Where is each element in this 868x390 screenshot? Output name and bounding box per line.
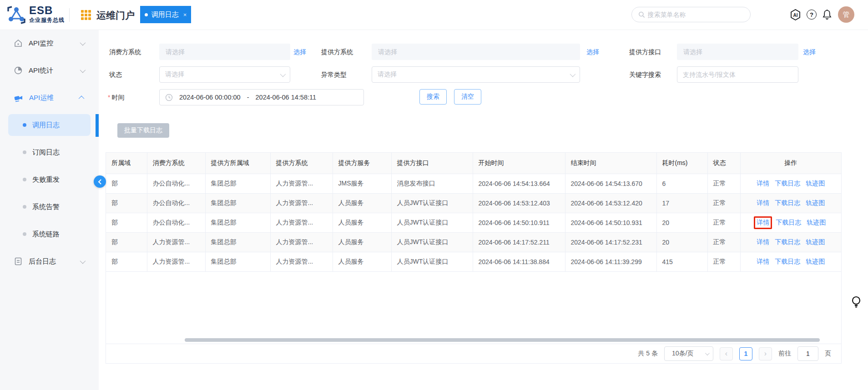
chevron-down-icon	[80, 40, 86, 45]
chevron-down-icon	[80, 258, 86, 264]
table-cell: 2024-06-06 14:53:12.420	[565, 193, 656, 213]
table-cell: 415	[656, 252, 707, 271]
trace-link[interactable]: 轨迹图	[806, 258, 825, 266]
sidebar-item-backend-log[interactable]: 后台日志	[0, 250, 99, 272]
sidebar-item-api-stats[interactable]: API统计	[0, 60, 99, 81]
consumer-system-select-link[interactable]: 选择	[293, 44, 306, 60]
sidebar-item-api-monitor[interactable]: API监控	[0, 32, 99, 54]
tab-close-icon[interactable]: ×	[183, 11, 187, 18]
col-provider-service: 提供方服务	[333, 153, 391, 174]
header-divider	[69, 8, 70, 22]
bullet-dot-icon	[23, 150, 26, 154]
detail-link[interactable]: 详情	[757, 238, 769, 246]
table-cell: 6	[656, 174, 707, 193]
table-row: 部办公自动化...集团总部人力资源管...人员服务人员JWT认证接口2024-0…	[106, 213, 841, 232]
trace-link[interactable]: 轨迹图	[806, 180, 825, 188]
download-log-link[interactable]: 下载日志	[775, 199, 800, 207]
time-end-value: 2024-06-06 14:58:11	[256, 94, 317, 101]
goto-page-input[interactable]	[797, 346, 818, 361]
row-actions: 详情下载日志轨迹图	[740, 193, 841, 213]
table-cell: 正常	[707, 193, 740, 213]
download-log-link[interactable]: 下载日志	[776, 219, 801, 227]
sidebar-item-subscribe-log[interactable]: 订阅日志	[8, 141, 91, 163]
table-header-row: 所属域 消费方系统 提供方所属域 提供方系统 提供方服务 提供方接口 开始时间 …	[106, 153, 841, 174]
detail-link[interactable]: 详情	[754, 216, 772, 229]
provider-interface-input[interactable]	[677, 44, 798, 60]
provider-interface-select-link[interactable]: 选择	[803, 44, 816, 60]
ai-assistant-icon[interactable]: AI	[789, 8, 802, 21]
table-row: 部办公自动化...集团总部人力资源管...人员服务人员JWT认证接口2024-0…	[106, 193, 841, 213]
table-cell: 2024-06-06 14:11:39.299	[565, 252, 656, 271]
table-cell: 2024-06-06 14:17:52.211	[473, 232, 565, 252]
prev-page-button[interactable]: ‹	[720, 347, 733, 360]
col-provider-interface: 提供方接口	[391, 153, 473, 174]
detail-link[interactable]: 详情	[757, 199, 769, 207]
provider-system-select-link[interactable]: 选择	[586, 44, 599, 60]
table-cell: 部	[106, 252, 147, 271]
bullet-dot-icon	[23, 205, 26, 209]
table-cell: 办公自动化...	[147, 174, 205, 193]
svg-text:AI: AI	[793, 12, 797, 17]
table-cell: 人力资源管...	[270, 232, 333, 252]
bullet-dot-icon	[23, 123, 26, 127]
bullet-dot-icon	[23, 232, 26, 236]
table-row: 部人力资源管...集团总部人力资源管...人员服务人员JWT认证接口2024-0…	[106, 252, 841, 271]
page-size-select[interactable]: 10条/页	[664, 346, 713, 361]
download-log-link[interactable]: 下载日志	[775, 258, 800, 266]
table-cell: 人员JWT认证接口	[391, 213, 473, 232]
keyword-label: 关键字搜索	[629, 66, 661, 83]
table-row: 部人力资源管...集团总部人力资源管...人员服务人员JWT认证接口2024-0…	[106, 232, 841, 252]
active-menu-indicator	[96, 114, 99, 137]
lightbulb-icon[interactable]	[851, 295, 862, 310]
horizontal-scrollbar-thumb[interactable]	[185, 338, 820, 342]
menu-search-input[interactable]	[648, 11, 744, 18]
table-cell: 人员服务	[333, 252, 391, 271]
next-page-button[interactable]: ›	[759, 347, 772, 360]
table-cell: 人员JWT认证接口	[391, 232, 473, 252]
sidebar-item-api-ops[interactable]: API运维	[0, 87, 99, 109]
sidebar-collapse-button[interactable]	[94, 175, 106, 188]
download-log-link[interactable]: 下载日志	[775, 180, 800, 188]
table-cell: JMS服务	[333, 174, 391, 193]
search-button[interactable]: 搜索	[419, 89, 447, 105]
time-range-picker[interactable]: 2024-06-06 00:00:00 - 2024-06-06 14:58:1…	[159, 89, 364, 105]
menu-search[interactable]	[631, 7, 751, 22]
sidebar-item-system-link[interactable]: 系统链路	[8, 223, 91, 245]
exception-type-select[interactable]: 请选择	[372, 66, 580, 83]
table-cell: 2024-06-06 14:50:10.911	[473, 213, 565, 232]
ops-camera-icon	[14, 93, 23, 103]
col-provider-system: 提供方系统	[270, 153, 333, 174]
search-icon	[638, 11, 645, 18]
sidebar-item-fail-resend[interactable]: 失败重发	[8, 169, 91, 190]
row-actions: 详情下载日志轨迹图	[740, 174, 841, 193]
table-cell: 17	[656, 193, 707, 213]
table-cell: 人力资源管...	[270, 193, 333, 213]
trace-link[interactable]: 轨迹图	[806, 238, 825, 246]
consumer-system-input[interactable]	[159, 44, 290, 60]
table-cell: 人员JWT认证接口	[391, 252, 473, 271]
batch-download-button[interactable]: 批量下载日志	[117, 123, 169, 138]
download-log-link[interactable]: 下载日志	[775, 238, 800, 246]
bell-icon[interactable]	[821, 8, 833, 21]
sidebar-item-system-alarm[interactable]: 系统告警	[8, 196, 91, 218]
chevron-up-icon	[79, 95, 85, 101]
table-cell: 人员服务	[333, 232, 391, 252]
trace-link[interactable]: 轨迹图	[807, 219, 826, 227]
user-avatar[interactable]: 管	[838, 6, 854, 23]
detail-link[interactable]: 详情	[757, 180, 769, 188]
tab-call-log[interactable]: 调用日志 ×	[140, 6, 191, 23]
current-page-button[interactable]: 1	[739, 347, 752, 360]
help-icon[interactable]: ?	[805, 8, 818, 21]
clear-button[interactable]: 清空	[454, 89, 481, 105]
detail-link[interactable]: 详情	[757, 258, 769, 266]
document-log-icon	[14, 257, 23, 266]
trace-link[interactable]: 轨迹图	[806, 199, 825, 207]
sidebar-item-call-log[interactable]: 调用日志	[8, 114, 91, 136]
required-mark: *	[108, 94, 110, 101]
keyword-input[interactable]	[683, 71, 792, 78]
keyword-field[interactable]	[677, 66, 798, 83]
goto-label: 前往	[778, 350, 791, 358]
status-select[interactable]: 请选择	[159, 66, 290, 83]
provider-system-input[interactable]	[372, 44, 580, 60]
col-end-time: 结束时间	[565, 153, 656, 174]
